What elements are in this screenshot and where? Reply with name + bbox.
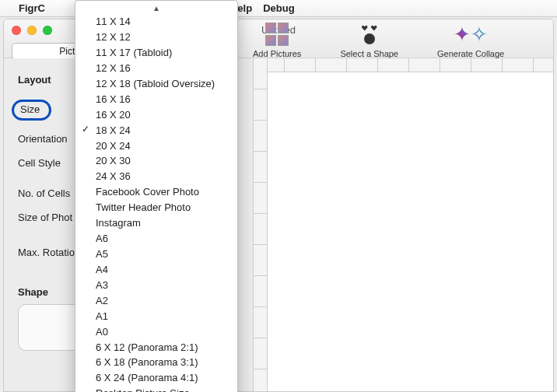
toolbar-label: Select a Shape <box>340 49 398 58</box>
menu-item-label: 12 X 12 <box>96 31 131 43</box>
size-menu-item[interactable]: 16 X 20 <box>75 107 237 123</box>
app-menu[interactable]: FigrC <box>19 2 45 14</box>
size-menu-item[interactable]: Twitter Header Photo <box>75 200 237 215</box>
size-menu-item[interactable]: A3 <box>75 278 237 293</box>
minimize-icon[interactable] <box>27 26 37 35</box>
check-icon: ✓ <box>82 123 89 135</box>
scroll-up-icon[interactable]: ▲ <box>75 4 237 14</box>
size-menu-item[interactable]: 6 X 18 (Panorama 3:1) <box>75 355 237 370</box>
canvas[interactable] <box>253 58 553 391</box>
size-menu-item[interactable]: 16 X 16 <box>75 92 237 107</box>
size-menu-item[interactable]: 12 X 18 (Tabloid Oversize) <box>75 76 237 92</box>
size-menu-item[interactable]: 20 X 24 <box>75 138 237 153</box>
window-controls <box>12 26 52 35</box>
menu-item-label: A0 <box>96 326 108 338</box>
size-menu-item[interactable]: Desktop Picture Size <box>75 386 237 392</box>
generate-collage-button[interactable]: ✦✧ Generate Collage <box>437 23 504 58</box>
size-menu-item[interactable]: Instagram <box>75 215 237 231</box>
size-dropdown[interactable]: ▲ 11 X 1412 X 1211 X 17 (Tabloid)12 X 16… <box>75 0 238 392</box>
menu-item-label: 12 X 18 (Tabloid Oversize) <box>96 78 215 89</box>
menu-item-label: 11 X 14 <box>96 16 131 27</box>
toolbar-label: Generate Collage <box>437 49 504 58</box>
size-menu-item[interactable]: 11 X 17 (Tabloid) <box>75 45 237 61</box>
ruler-vertical <box>254 58 268 391</box>
menu-item-label: 20 X 30 <box>96 155 131 166</box>
menu-item-label: A3 <box>96 279 108 291</box>
size-menu-item[interactable]: 24 X 36 <box>75 169 237 184</box>
pictures-icon <box>265 23 289 46</box>
size-menu-item[interactable]: A6 <box>75 231 237 247</box>
menu-item-label: A5 <box>96 248 108 260</box>
menu-item-label: 6 X 18 (Panorama 3:1) <box>96 356 198 368</box>
size-menu-item[interactable]: A2 <box>75 293 237 309</box>
size-menu-item[interactable]: Facebook Cover Photo <box>75 184 237 200</box>
menu-item-label: A2 <box>96 295 108 306</box>
menu-item-label: Instagram <box>96 217 141 229</box>
menu-item-label: Facebook Cover Photo <box>96 186 199 198</box>
size-menu-item[interactable]: 6 X 24 (Panorama 4:1) <box>75 370 237 386</box>
menu-item-label: 20 X 24 <box>96 140 131 152</box>
size-menu-item[interactable]: 12 X 12 <box>75 30 237 45</box>
menu-item-label: A4 <box>96 264 108 275</box>
toolbar: Add Pictures Select a Shape ✦✧ Generate … <box>253 23 538 58</box>
toolbar-label: Add Pictures <box>253 49 301 58</box>
menu-item-label: 24 X 36 <box>96 170 131 182</box>
menu-item-label: Twitter Header Photo <box>96 201 191 213</box>
add-pictures-button[interactable]: Add Pictures <box>253 23 301 58</box>
collage-icon: ✦✧ <box>454 24 488 44</box>
select-shape-button[interactable]: Select a Shape <box>340 23 398 58</box>
close-icon[interactable] <box>12 26 21 35</box>
menu-item-label: 6 X 24 (Panorama 4:1) <box>96 372 198 383</box>
size-menu-item[interactable]: A4 <box>75 262 237 278</box>
size-menu-item[interactable]: A0 <box>75 324 237 339</box>
menu-item-label: Desktop Picture Size <box>96 387 190 392</box>
size-menu-item[interactable]: A1 <box>75 309 237 324</box>
menu-item-label: A1 <box>96 310 108 322</box>
menu-item-label: 6 X 12 (Panorama 2:1) <box>96 341 198 353</box>
size-menu-item[interactable]: 6 X 12 (Panorama 2:1) <box>75 339 237 355</box>
menu-item-label: A6 <box>96 233 108 244</box>
debug-menu[interactable]: Debug <box>263 2 294 14</box>
shape-icon <box>361 24 378 44</box>
zoom-icon[interactable] <box>43 26 52 35</box>
size-menu-item[interactable]: ✓18 X 24 <box>75 122 237 138</box>
ruler-horizontal <box>254 58 553 72</box>
size-menu-item[interactable]: 20 X 30 <box>75 153 237 169</box>
menu-item-label: 12 X 16 <box>96 62 131 74</box>
size-menu-item[interactable]: 12 X 16 <box>75 61 237 76</box>
menu-item-label: 16 X 20 <box>96 109 131 121</box>
menu-item-label: 11 X 17 (Tabloid) <box>96 47 172 58</box>
menu-item-label: 18 X 24 <box>96 124 131 136</box>
size-menu-item[interactable]: 11 X 14 <box>75 14 237 30</box>
size-menu-item[interactable]: A5 <box>75 247 237 262</box>
menu-item-label: 16 X 16 <box>96 93 131 105</box>
